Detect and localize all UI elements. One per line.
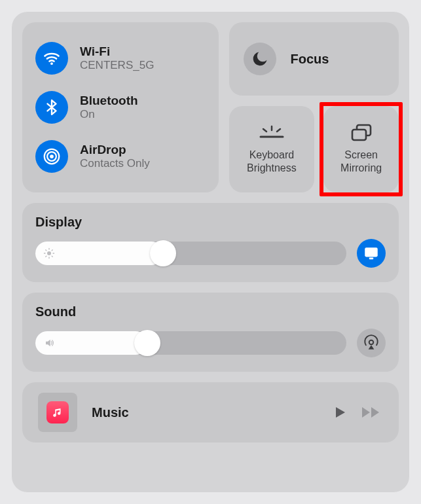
svg-line-17	[46, 256, 46, 257]
display-slider-row	[35, 239, 386, 268]
keyboard-brightness-label: Keyboard Brightness	[247, 149, 297, 175]
screen-mirroring-tile[interactable]: Screen Mirroring	[323, 106, 399, 192]
screen-mirroring-icon	[349, 124, 374, 142]
top-row: Wi-Fi CENTERS_5G Bluetooth On	[22, 22, 399, 192]
svg-line-5	[263, 129, 266, 132]
moon-icon	[244, 43, 276, 75]
bluetooth-title: Bluetooth	[80, 94, 138, 108]
airdrop-title: AirDrop	[80, 143, 150, 157]
svg-rect-19	[365, 247, 378, 257]
display-title: Display	[35, 215, 386, 230]
display-output-button[interactable]	[357, 239, 386, 268]
wifi-title: Wi-Fi	[80, 45, 154, 59]
sound-module: Sound	[22, 293, 399, 372]
volume-low-icon	[43, 337, 56, 349]
bluetooth-toggle[interactable]: Bluetooth On	[35, 91, 206, 124]
airdrop-text: AirDrop Contacts Only	[80, 143, 150, 170]
forward-icon	[361, 404, 383, 421]
svg-line-18	[52, 250, 52, 251]
svg-rect-9	[352, 130, 366, 140]
wifi-subtitle: CENTERS_5G	[80, 59, 154, 72]
airdrop-icon	[35, 140, 68, 173]
sound-slider-fill	[35, 331, 147, 355]
svg-rect-20	[369, 258, 374, 260]
wifi-toggle[interactable]: Wi-Fi CENTERS_5G	[35, 42, 206, 75]
screen-mirroring-label: Screen Mirroring	[340, 149, 382, 175]
wifi-icon	[35, 42, 68, 75]
play-button[interactable]	[332, 404, 348, 421]
sound-slider-thumb[interactable]	[134, 330, 160, 356]
display-slider-thumb[interactable]	[150, 240, 176, 266]
keyboard-brightness-icon	[258, 124, 285, 142]
play-icon	[332, 404, 348, 421]
bluetooth-subtitle: On	[80, 108, 138, 121]
music-label: Music	[92, 405, 318, 420]
airdrop-subtitle: Contacts Only	[80, 157, 150, 170]
right-column: Focus Keyboard Brightness	[229, 22, 399, 192]
svg-line-6	[277, 129, 280, 132]
keyboard-brightness-tile[interactable]: Keyboard Brightness	[229, 106, 315, 192]
bluetooth-icon	[35, 91, 68, 124]
svg-line-16	[52, 256, 52, 257]
svg-line-15	[46, 250, 46, 251]
bluetooth-text: Bluetooth On	[80, 94, 138, 121]
display-slider[interactable]	[35, 242, 346, 265]
display-module: Display	[22, 203, 399, 282]
sound-slider[interactable]	[35, 331, 346, 355]
svg-point-1	[50, 154, 54, 158]
music-artwork	[38, 393, 77, 432]
display-icon	[363, 245, 380, 262]
connectivity-module: Wi-Fi CENTERS_5G Bluetooth On	[22, 22, 219, 192]
next-button[interactable]	[361, 404, 383, 421]
brightness-low-icon	[43, 247, 55, 259]
focus-label: Focus	[291, 52, 329, 67]
music-app-icon	[46, 401, 69, 423]
svg-point-21	[369, 340, 374, 345]
wifi-text: Wi-Fi CENTERS_5G	[80, 45, 154, 72]
svg-point-0	[50, 63, 53, 65]
music-module[interactable]: Music	[22, 382, 399, 442]
highlight-annotation: Screen Mirroring	[320, 102, 403, 196]
sound-output-button[interactable]	[357, 329, 386, 357]
airplay-audio-icon	[363, 334, 380, 351]
control-center-panel: Wi-Fi CENTERS_5G Bluetooth On	[12, 12, 409, 492]
sound-title: Sound	[35, 304, 386, 319]
sound-slider-row	[35, 329, 386, 357]
display-slider-fill	[35, 242, 163, 265]
music-controls	[332, 404, 383, 421]
svg-point-10	[47, 251, 51, 255]
focus-tile[interactable]: Focus	[229, 22, 399, 96]
small-tile-row: Keyboard Brightness Screen Mirroring	[229, 106, 399, 192]
airdrop-toggle[interactable]: AirDrop Contacts Only	[35, 140, 206, 173]
